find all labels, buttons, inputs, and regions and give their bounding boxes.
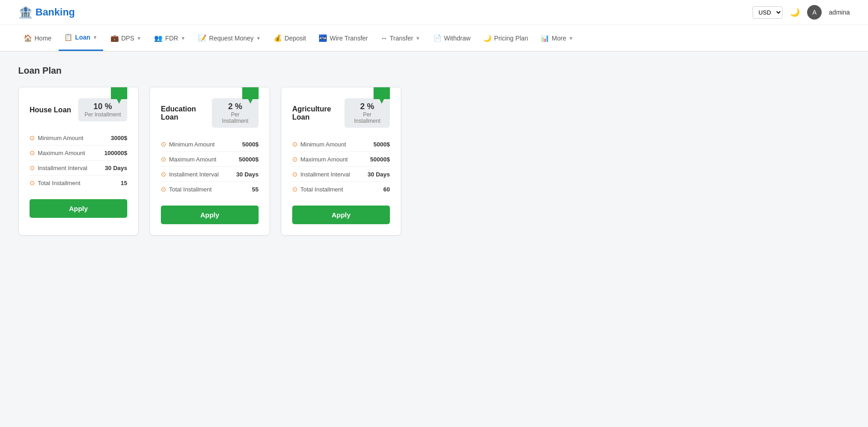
more-icon: 📊 <box>541 34 549 42</box>
dark-mode-icon[interactable]: 🌙 <box>790 7 800 17</box>
sidebar-item-withdraw[interactable]: 📄 Withdraw <box>428 26 476 50</box>
page-title: Loan Plan <box>18 65 527 76</box>
detail-value: 55 <box>252 186 259 193</box>
loan-type-label: Education Loan <box>161 105 212 121</box>
dps-icon: 💼 <box>110 34 119 42</box>
rate-label: Per Installment <box>218 111 252 124</box>
check-circle-icon: ⊙ <box>161 171 166 178</box>
detail-value: 30 Days <box>236 171 259 178</box>
nav-label-request-money: Request Money <box>209 35 254 42</box>
loan-type-label: House Loan <box>30 106 71 114</box>
card-details: ⊙ Minimum Amount 3000$ ⊙ Maximum Amount … <box>30 131 127 190</box>
apply-button-education-loan[interactable]: Apply <box>161 206 259 224</box>
detail-label: ⊙ Total Installment <box>161 186 212 193</box>
main-content: Loan Plan House Loan 10 % Per Installmen… <box>0 52 545 249</box>
check-circle-icon: ⊙ <box>292 141 298 148</box>
detail-label: ⊙ Total Installment <box>30 179 80 186</box>
detail-row: ⊙ Minimum Amount 5000$ <box>292 137 390 152</box>
detail-row: ⊙ Installment Interval 30 Days <box>30 161 127 176</box>
sidebar-item-pricing-plan[interactable]: 🌙 Pricing Plan <box>478 26 534 50</box>
check-circle-icon: ⊙ <box>30 134 35 141</box>
sidebar-item-more[interactable]: 📊 More ▼ <box>535 26 579 50</box>
rate-percent: 10 % <box>93 102 112 111</box>
detail-label: ⊙ Installment Interval <box>292 171 350 178</box>
nav-label-deposit: Deposit <box>284 35 306 42</box>
sidebar-item-request-money[interactable]: 📝 Request Money ▼ <box>193 26 266 50</box>
detail-value: 3000$ <box>111 135 127 141</box>
bookmark-ribbon <box>242 87 259 104</box>
loan-card-house-loan: House Loan 10 % Per Installment ⊙ Minimu… <box>18 87 139 236</box>
check-circle-icon: ⊙ <box>292 186 298 193</box>
card-details: ⊙ Minimum Amount 5000$ ⊙ Maximum Amount … <box>292 137 390 196</box>
bookmark-ribbon <box>111 87 127 104</box>
sidebar-item-fdr[interactable]: 👥 FDR ▼ <box>149 26 191 50</box>
navbar: 🏠 Home 📋 Loan ▼ 💼 DPS ▼ 👥 FDR ▼ 📝 Reques… <box>0 25 868 52</box>
detail-label: ⊙ Maximum Amount <box>292 156 348 163</box>
detail-label: ⊙ Maximum Amount <box>30 149 85 156</box>
detail-value: 50000$ <box>370 156 390 163</box>
check-circle-icon: ⊙ <box>30 179 35 186</box>
detail-row: ⊙ Minimum Amount 5000$ <box>161 137 259 152</box>
detail-value: 100000$ <box>104 150 127 156</box>
detail-label: ⊙ Installment Interval <box>161 171 219 178</box>
chevron-down-icon: ▼ <box>180 35 185 41</box>
detail-value: 5000$ <box>374 141 390 148</box>
transfer-icon: ↔ <box>381 34 388 42</box>
detail-row: ⊙ Total Installment 60 <box>292 182 390 196</box>
detail-label: ⊙ Maximum Amount <box>161 156 216 163</box>
loan-cards-grid: House Loan 10 % Per Installment ⊙ Minimu… <box>18 87 527 236</box>
check-circle-icon: ⊙ <box>292 156 298 163</box>
username: admina <box>829 9 850 16</box>
check-circle-icon: ⊙ <box>161 186 166 193</box>
detail-value: 30 Days <box>368 171 390 178</box>
wire-transfer-icon: 🏧 <box>319 34 327 42</box>
sidebar-item-deposit[interactable]: 💰 Deposit <box>268 26 311 50</box>
loan-icon: 📋 <box>64 33 73 41</box>
check-circle-icon: ⊙ <box>161 141 166 148</box>
sidebar-item-wire-transfer[interactable]: 🏧 Wire Transfer <box>313 26 373 50</box>
detail-row: ⊙ Total Installment 55 <box>161 182 259 196</box>
bookmark-ribbon <box>374 87 390 104</box>
sidebar-item-home[interactable]: 🏠 Home <box>18 26 57 50</box>
detail-value: 30 Days <box>105 165 127 171</box>
header-right: USD EUR GBP 🌙 A admina <box>753 5 850 20</box>
avatar: A <box>807 5 822 20</box>
loan-card-education-loan: Education Loan 2 % Per Installment ⊙ Min… <box>150 87 270 236</box>
card-details: ⊙ Minimum Amount 5000$ ⊙ Maximum Amount … <box>161 137 259 196</box>
nav-label-fdr: FDR <box>165 35 178 42</box>
sidebar-item-loan[interactable]: 📋 Loan ▼ <box>59 25 103 51</box>
check-circle-icon: ⊙ <box>161 156 166 163</box>
logo[interactable]: 🏦 Banking <box>18 5 75 20</box>
detail-label: ⊙ Minimum Amount <box>161 141 215 148</box>
apply-button-agriculture-loan[interactable]: Apply <box>292 206 390 224</box>
currency-select[interactable]: USD EUR GBP <box>753 6 783 19</box>
rate-label: Per Installment <box>351 111 384 124</box>
withdraw-icon: 📄 <box>433 34 442 42</box>
chevron-down-icon: ▼ <box>137 35 142 41</box>
nav-label-pricing-plan: Pricing Plan <box>494 35 528 42</box>
detail-value: 5000$ <box>242 141 259 148</box>
request-money-icon: 📝 <box>198 34 207 42</box>
loan-card-agriculture-loan: Agriculture Loan 2 % Per Installment ⊙ M… <box>281 87 401 236</box>
fdr-icon: 👥 <box>154 34 163 42</box>
apply-button-house-loan[interactable]: Apply <box>30 199 127 218</box>
nav-label-home: Home <box>35 35 51 42</box>
deposit-icon: 💰 <box>274 34 282 42</box>
detail-row: ⊙ Minimum Amount 3000$ <box>30 131 127 146</box>
detail-row: ⊙ Maximum Amount 50000$ <box>292 152 390 167</box>
detail-row: ⊙ Total Installment 15 <box>30 176 127 190</box>
detail-label: ⊙ Minimum Amount <box>292 141 346 148</box>
sidebar-item-dps[interactable]: 💼 DPS ▼ <box>105 26 147 50</box>
detail-value: 60 <box>384 186 390 193</box>
check-circle-icon: ⊙ <box>292 171 298 178</box>
nav-label-loan: Loan <box>75 34 90 41</box>
detail-value: 15 <box>121 180 127 186</box>
nav-label-transfer: Transfer <box>390 35 414 42</box>
detail-row: ⊙ Installment Interval 30 Days <box>292 167 390 182</box>
chevron-down-icon: ▼ <box>415 35 420 41</box>
sidebar-item-transfer[interactable]: ↔ Transfer ▼ <box>375 26 426 50</box>
app-name: Banking <box>35 6 75 18</box>
nav-label-more: More <box>552 35 566 42</box>
nav-label-dps: DPS <box>121 35 135 42</box>
rate-label: Per Installment <box>85 111 121 118</box>
